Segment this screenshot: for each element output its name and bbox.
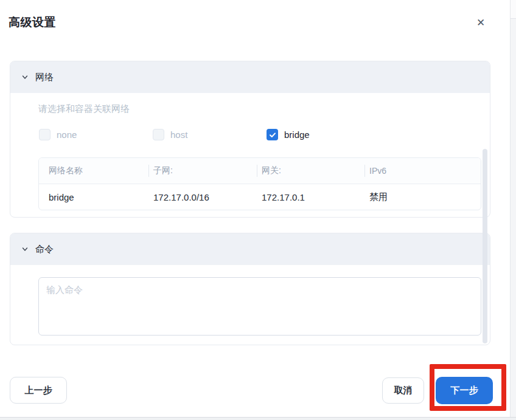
page-scrollbar-cap [511,0,516,19]
cell-ipv6: 禁用 [364,191,481,203]
network-option-none: none [39,129,153,140]
page-scrollbar-track[interactable] [510,0,516,420]
command-input[interactable] [38,277,481,336]
advanced-settings-dialog: 高级设置 ✕ 网络 请选择和容器关联网络 none host brid [0,0,516,420]
network-hint-text: 请选择和容器关联网络 [38,103,130,115]
cancel-button[interactable]: 取消 [382,377,424,404]
command-panel-title: 命令 [35,244,54,255]
checkbox-bridge-checked[interactable] [267,129,278,140]
network-option-bridge[interactable]: bridge [267,129,380,140]
command-panel-header[interactable]: 命令 [10,233,490,265]
table-header-row: 网络名称 子网: 网关: IPv6 [39,158,481,184]
cell-network-name: bridge [39,192,148,202]
network-table: 网络名称 子网: 网关: IPv6 bridge 172.17.0.0/16 1… [38,157,481,210]
checkbox-host [153,129,164,140]
col-header-ipv6: IPv6 [364,166,481,176]
network-options-row: none host bridge [39,129,380,140]
network-option-host: host [153,129,267,140]
close-icon[interactable]: ✕ [473,15,489,30]
col-header-gateway: 网关: [257,165,364,176]
next-step-button[interactable]: 下一步 [436,377,493,404]
network-panel: 网络 请选择和容器关联网络 none host bridge 网络名称 子 [10,61,490,218]
checkbox-none [39,129,51,140]
previous-step-button[interactable]: 上一步 [10,377,67,404]
col-header-network-name: 网络名称 [39,165,148,176]
cell-subnet: 172.17.0.0/16 [148,192,257,202]
chevron-down-icon [21,74,29,81]
page-bottom-edge [0,417,516,420]
command-panel: 命令 [10,233,490,345]
network-panel-header[interactable]: 网络 [10,61,490,93]
cell-gateway: 172.17.0.1 [257,192,364,202]
page-title: 高级设置 [9,15,56,30]
dialog-scrollbar-thumb[interactable] [483,149,487,343]
checkmark-icon [269,131,276,139]
table-row: bridge 172.17.0.0/16 172.17.0.1 禁用 [39,184,481,210]
chevron-down-icon [21,246,29,253]
network-panel-title: 网络 [35,72,54,83]
col-header-subnet: 子网: [148,165,257,176]
